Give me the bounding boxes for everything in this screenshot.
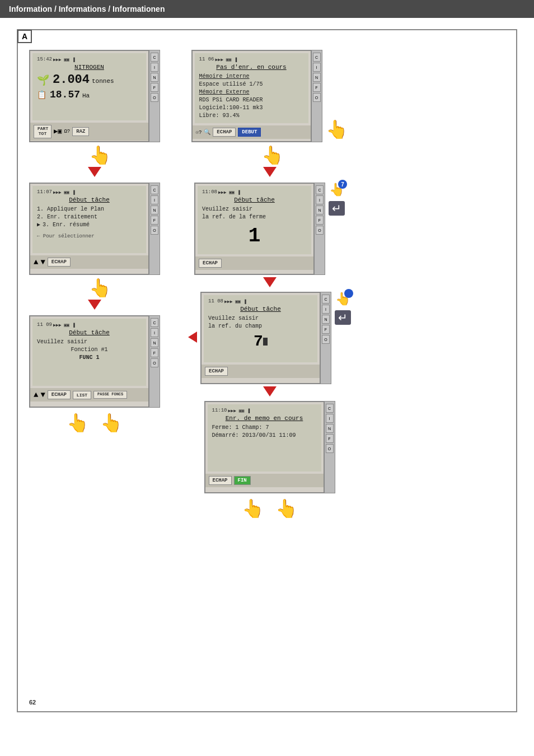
screen5-content: Veuillez saisir la ref. du champ — [208, 315, 313, 330]
arrow-down-3 — [88, 300, 101, 312]
screen5: 11 08 ▶▶▶ ▣▣ ▐ Début tâche Veuillez sais… — [200, 292, 321, 384]
screen3-title: Début tâche — [37, 197, 142, 203]
header-bar: Information / Informations / Information… — [0, 0, 534, 18]
screen5-value: 7 — [208, 333, 313, 350]
screen5-title: Début tâche — [208, 306, 313, 312]
number-badge-5-7: 👆 — [335, 292, 350, 306]
hands-bottom-right: 👆 👆 — [242, 498, 298, 519]
screen5-right-controls: 👆 ↵ — [335, 292, 351, 324]
screen6-content: Veuillez saisir Fonction #1 FUNC 1 — [37, 338, 142, 362]
screen7-content: Ferme: 1 Champ: 7 Démarré: 2013/00/31 11… — [212, 424, 317, 440]
arrow-down-5 — [263, 386, 277, 399]
screen1-icon2: 📋 — [37, 90, 46, 100]
screen3-status: 11:07 ▶▶▶ ▣▣ ▐ — [37, 189, 142, 195]
screen6: 11 09 ▶▶▶ ▣▣ ▐ Début tâche Veuillez sais… — [29, 315, 149, 408]
screen4-status: 11:08 ▶▶▶ ▣▣ ▐ — [202, 189, 307, 195]
screen4: 11:08 ▶▶▶ ▣▣ ▐ Début tâche Veuillez sais… — [194, 183, 315, 275]
screen3-bottom: ▲ ▼ ECHAP — [30, 255, 148, 269]
screen2-row: 11 06 ▶▶▶ ▣▣ ▐ Pas d'enr. en cours Mémoi… — [191, 50, 348, 142]
screen3-btn-echap[interactable]: ECHAP — [48, 258, 71, 267]
arrow-down-2 — [263, 167, 277, 179]
screen6-btn-list[interactable]: LIST — [73, 391, 91, 399]
number-badge-7: 👆 7 — [329, 183, 344, 197]
screen4-right-controls: 👆 7 ↵ — [329, 183, 345, 215]
arrow-left-5 — [188, 332, 197, 345]
screen3-wrapper: 11:07 ▶▶▶ ▣▣ ▐ Début tâche 1. Appliquer … — [29, 183, 160, 275]
screen2-content: Mémoire interne Espace utilisé 1/75 Mémo… — [199, 73, 304, 120]
outer-box: A 15:42 ▶▶▶ ▣▣ ▐ NITROGEN — [17, 29, 517, 712]
screen1-value1: 2.004 tonnes — [53, 73, 114, 87]
screen6-wrapper: 11 09 ▶▶▶ ▣▣ ▐ Début tâche Veuillez sais… — [29, 315, 160, 408]
page-number: 62 — [29, 699, 36, 706]
screen2-btn-echap[interactable]: ECHAP — [213, 128, 236, 137]
hand3: 👆 — [89, 277, 111, 298]
screen5-btn-echap[interactable]: ECHAP — [205, 367, 228, 376]
screen1-title: NITROGEN — [37, 64, 142, 71]
screen7-btn-fin[interactable]: FIN — [234, 476, 251, 485]
screen5-bottom: ECHAP — [202, 365, 320, 378]
hands-bottom-left: 👆 👆 — [67, 412, 123, 433]
screen4-right-panel: C I N F O — [315, 183, 325, 275]
screen4-bottom: ECHAP — [195, 256, 313, 270]
screen1-status: 15:42 ▶▶▶ ▣▣ ▐ — [37, 57, 142, 62]
screen7-right-panel: C I N F O — [325, 401, 335, 493]
screen7: 11:10 ▶▶▶ ▣▣ ▐ Enr. de memo en cours Fer… — [204, 401, 325, 493]
screen6-right-panel: C I N F O — [149, 315, 160, 408]
screen4-btn-echap[interactable]: ECHAP — [199, 259, 222, 268]
screen6-btn-passe[interactable]: PASSE FONCS — [93, 391, 127, 399]
screen7-bottom: ECHAP FIN — [205, 474, 324, 487]
screen4-row: 11:08 ▶▶▶ ▣▣ ▐ Début tâche Veuillez sais… — [194, 183, 345, 275]
screen1-btn-part[interactable]: PART TOT — [34, 125, 51, 138]
screen6-btn-echap[interactable]: ECHAP — [48, 390, 71, 399]
screen3-content: 1. Appliquer le Plan 2. Enr. traitement … — [37, 206, 142, 229]
screen4-value: 1 — [202, 225, 307, 248]
header-title: Information / Informations / Information… — [9, 4, 165, 13]
screen1-value2: 18.57 Ha — [50, 89, 90, 100]
arrow-down-4 — [263, 277, 277, 290]
screen1-wrapper: 15:42 ▶▶▶ ▣▣ ▐ NITROGEN 🌱 2.004 tonnes — [29, 50, 160, 142]
screen5-wrapper: 11 08 ▶▶▶ ▣▣ ▐ Début tâche Veuillez sais… — [200, 292, 331, 384]
screen1-icon: 🌱 — [37, 74, 49, 86]
screen7-title: Enr. de memo en cours — [212, 415, 317, 422]
screen6-status: 11 09 ▶▶▶ ▣▣ ▐ — [37, 322, 142, 328]
screen5-right-panel: C I N F O — [321, 292, 331, 384]
screen1-btn-raz[interactable]: RAZ — [72, 127, 89, 136]
screen2-status: 11 06 ▶▶▶ ▣▣ ▐ — [199, 57, 304, 62]
screen1: 15:42 ▶▶▶ ▣▣ ▐ NITROGEN 🌱 2.004 tonnes — [29, 50, 149, 142]
screen3: 11:07 ▶▶▶ ▣▣ ▐ Début tâche 1. Appliquer … — [29, 183, 149, 275]
screen3-hint: ← Pour sélectionner — [37, 234, 142, 239]
screen4-content: Veuillez saisir la ref. de la ferme — [202, 206, 307, 221]
screen1-right-panel: C I N F O — [149, 50, 160, 142]
screen2-bottom: ☉? 🔍 ECHAP DEBUT — [193, 125, 311, 139]
main-content: A 15:42 ▶▶▶ ▣▣ ▐ NITROGEN — [0, 18, 534, 729]
hand2-right: 👆 — [326, 119, 348, 140]
screen6-title: Début tâche — [37, 329, 142, 336]
screen7-status: 11:10 ▶▶▶ ▣▣ ▐ — [212, 408, 317, 413]
screen2: 11 06 ▶▶▶ ▣▣ ▐ Pas d'enr. en cours Mémoi… — [191, 50, 312, 142]
screen7-btn-echap[interactable]: ECHAP — [209, 476, 232, 485]
screen6-bottom: ▲ ▼ ECHAP LIST PASSE FONCS — [30, 388, 148, 402]
screen2-wrapper: 11 06 ▶▶▶ ▣▣ ▐ Pas d'enr. en cours Mémoi… — [191, 50, 322, 142]
hand1: 👆 — [89, 144, 111, 166]
screen2-title: Pas d'enr. en cours — [199, 64, 304, 71]
screen3-right-panel: C I N F O — [149, 183, 160, 275]
screen1-bottom: PART TOT ▶▣ Ω? RAZ — [30, 123, 148, 141]
screen5-status: 11 08 ▶▶▶ ▣▣ ▐ — [208, 298, 313, 304]
screen2-right-panel: C I N F O — [312, 50, 322, 142]
screen4-title: Début tâche — [202, 197, 307, 203]
screen4-wrapper: 11:08 ▶▶▶ ▣▣ ▐ Début tâche Veuillez sais… — [194, 183, 325, 275]
screen7-wrapper: 11:10 ▶▶▶ ▣▣ ▐ Enr. de memo en cours Fer… — [204, 401, 335, 493]
screen5-row: 11 08 ▶▶▶ ▣▣ ▐ Début tâche Veuillez sais… — [188, 292, 351, 384]
section-label-a: A — [17, 30, 32, 43]
screen2-btn-debut[interactable]: DEBUT — [238, 128, 261, 137]
hand2: 👆 — [261, 144, 284, 166]
arrow-down-1 — [88, 167, 101, 179]
